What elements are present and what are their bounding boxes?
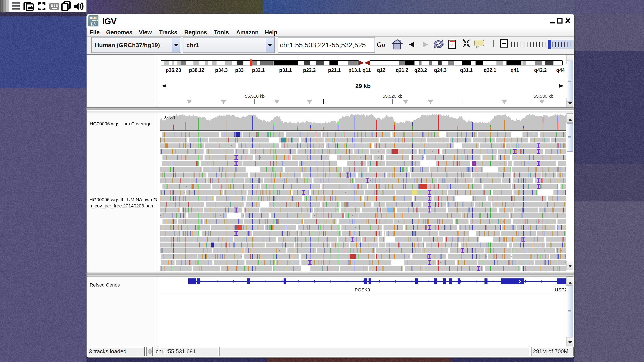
svg-text:q11: q11	[362, 67, 371, 73]
svg-text:55,520 kb: 55,520 kb	[383, 94, 402, 99]
svg-text:q23.2: q23.2	[414, 67, 427, 73]
svg-text:q44: q44	[556, 67, 565, 73]
svg-text:55,530 kb: 55,530 kb	[534, 94, 553, 99]
svg-text:q32.1: q32.1	[484, 67, 496, 73]
svg-text:p33: p33	[235, 67, 244, 73]
svg-text:q31.1: q31.1	[460, 67, 473, 73]
svg-text:29 kb: 29 kb	[355, 83, 371, 89]
svg-text:p31.1: p31.1	[279, 67, 292, 73]
svg-text:55,510 kb: 55,510 kb	[245, 94, 264, 99]
svg-text:q21.2: q21.2	[396, 67, 408, 73]
svg-text:USP24: USP24	[555, 287, 566, 293]
svg-text:igv: igv	[89, 20, 97, 26]
svg-text:p34.3: p34.3	[215, 67, 228, 73]
svg-text:p36.23: p36.23	[166, 67, 181, 73]
svg-text:p36.12: p36.12	[189, 67, 204, 73]
svg-text:q24.3: q24.3	[434, 67, 447, 73]
svg-text:p21.1: p21.1	[328, 67, 341, 73]
svg-text:p22.2: p22.2	[303, 67, 316, 73]
svg-text:q41: q41	[510, 67, 519, 73]
svg-text:p32.1: p32.1	[252, 67, 265, 73]
svg-text:q42.2: q42.2	[534, 67, 547, 73]
svg-text:PCSK9: PCSK9	[355, 287, 370, 293]
svg-text:p13.1: p13.1	[348, 67, 361, 73]
svg-text:q12: q12	[377, 67, 386, 73]
